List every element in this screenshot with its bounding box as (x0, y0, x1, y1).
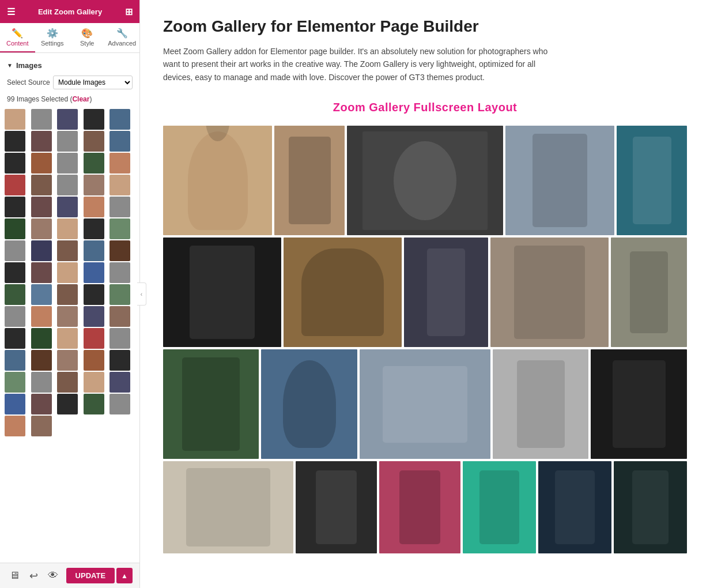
thumb-item[interactable] (84, 197, 104, 217)
gallery-item[interactable] (379, 461, 460, 553)
gallery-item[interactable] (163, 349, 259, 459)
source-select[interactable]: Module Images Media Library (53, 76, 133, 89)
thumb-item[interactable] (84, 240, 104, 261)
gallery-item[interactable] (163, 461, 293, 553)
thumb-item[interactable] (57, 328, 78, 349)
thumb-item[interactable] (31, 372, 52, 393)
thumb-item[interactable] (109, 153, 130, 174)
gallery-item[interactable] (490, 238, 609, 347)
thumb-item[interactable] (84, 262, 104, 283)
gallery-item[interactable] (614, 461, 687, 553)
thumb-item[interactable] (57, 394, 78, 414)
thumb-item[interactable] (57, 240, 78, 261)
thumb-item[interactable] (84, 372, 104, 393)
gallery-item[interactable] (274, 126, 345, 235)
gallery-item[interactable] (296, 461, 377, 553)
thumb-item[interactable] (109, 284, 130, 305)
thumb-item[interactable] (84, 394, 104, 414)
thumb-item[interactable] (5, 153, 25, 174)
thumb-item[interactable] (57, 262, 78, 283)
gallery-item[interactable] (360, 349, 490, 459)
thumb-item[interactable] (57, 175, 78, 195)
thumb-item[interactable] (84, 350, 104, 371)
grid-icon[interactable]: ⊞ (125, 6, 133, 17)
thumb-item[interactable] (84, 306, 104, 327)
thumb-item[interactable] (31, 153, 52, 174)
thumb-item[interactable] (5, 197, 25, 217)
thumb-item[interactable] (84, 328, 104, 349)
thumb-item[interactable] (5, 284, 25, 305)
gallery-item[interactable] (404, 238, 488, 347)
thumb-item[interactable] (31, 328, 52, 349)
thumb-item[interactable] (31, 240, 52, 261)
thumb-item[interactable] (5, 350, 25, 371)
thumb-item[interactable] (109, 372, 130, 393)
thumb-item[interactable] (57, 372, 78, 393)
thumb-item[interactable] (5, 416, 25, 436)
gallery-item[interactable] (591, 349, 686, 459)
thumb-item[interactable] (5, 394, 25, 414)
thumb-item[interactable] (31, 350, 52, 371)
thumb-item[interactable] (109, 328, 130, 349)
thumb-item[interactable] (5, 328, 25, 349)
gallery-item[interactable] (463, 461, 536, 553)
thumb-item[interactable] (31, 218, 52, 239)
thumb-item[interactable] (57, 306, 78, 327)
update-dropdown-arrow[interactable]: ▲ (116, 568, 133, 583)
thumb-item[interactable] (57, 218, 78, 239)
gallery-item[interactable] (617, 126, 687, 235)
thumb-item[interactable] (84, 109, 104, 130)
thumb-item[interactable] (31, 262, 52, 283)
thumb-item[interactable] (57, 197, 78, 217)
gallery-item[interactable] (163, 238, 281, 347)
thumb-item[interactable] (84, 153, 104, 174)
clear-link[interactable]: Clear (72, 95, 89, 103)
thumb-item[interactable] (57, 284, 78, 305)
thumb-item[interactable] (109, 240, 130, 261)
gallery-item[interactable] (284, 238, 402, 347)
thumb-item[interactable] (5, 131, 25, 152)
thumb-item[interactable] (57, 350, 78, 371)
thumb-item[interactable] (31, 306, 52, 327)
thumb-item[interactable] (57, 131, 78, 152)
thumb-item[interactable] (31, 131, 52, 152)
images-section-header[interactable]: ▼ Images (0, 58, 139, 73)
thumb-item[interactable] (84, 175, 104, 195)
thumb-item[interactable] (31, 197, 52, 217)
gallery-item[interactable] (538, 461, 611, 553)
thumb-item[interactable] (31, 416, 52, 436)
gallery-item[interactable] (261, 349, 357, 459)
thumb-item[interactable] (109, 218, 130, 239)
thumb-item[interactable] (109, 306, 130, 327)
thumb-item[interactable] (109, 262, 130, 283)
gallery-item[interactable] (347, 126, 503, 235)
tab-style[interactable]: 🎨 Style (70, 23, 105, 52)
thumb-item[interactable] (5, 109, 25, 130)
gallery-item[interactable] (163, 126, 272, 235)
thumb-item[interactable] (109, 350, 130, 371)
undo-icon[interactable]: ↩ (27, 567, 40, 585)
thumb-item[interactable] (109, 394, 130, 414)
thumb-item[interactable] (5, 218, 25, 239)
thumb-item[interactable] (31, 175, 52, 195)
thumb-item[interactable] (109, 175, 130, 195)
thumb-item[interactable] (84, 131, 104, 152)
eye-icon[interactable]: 👁 (46, 567, 61, 584)
monitor-icon[interactable]: 🖥 (7, 567, 22, 584)
thumb-item[interactable] (5, 175, 25, 195)
thumb-item[interactable] (5, 262, 25, 283)
tab-content[interactable]: ✏️ Content (0, 23, 35, 52)
update-button[interactable]: UPDATE (66, 568, 115, 583)
thumb-item[interactable] (5, 306, 25, 327)
thumb-item[interactable] (109, 197, 130, 217)
tab-advanced[interactable]: 🔧 Advanced (105, 23, 140, 52)
gallery-item[interactable] (611, 238, 687, 347)
thumb-item[interactable] (31, 284, 52, 305)
gallery-item[interactable] (493, 349, 588, 459)
hamburger-icon[interactable]: ☰ (7, 6, 15, 17)
thumb-item[interactable] (5, 372, 25, 393)
thumb-item[interactable] (5, 240, 25, 261)
thumb-item[interactable] (31, 109, 52, 130)
thumb-item[interactable] (57, 109, 78, 130)
thumb-item[interactable] (31, 394, 52, 414)
